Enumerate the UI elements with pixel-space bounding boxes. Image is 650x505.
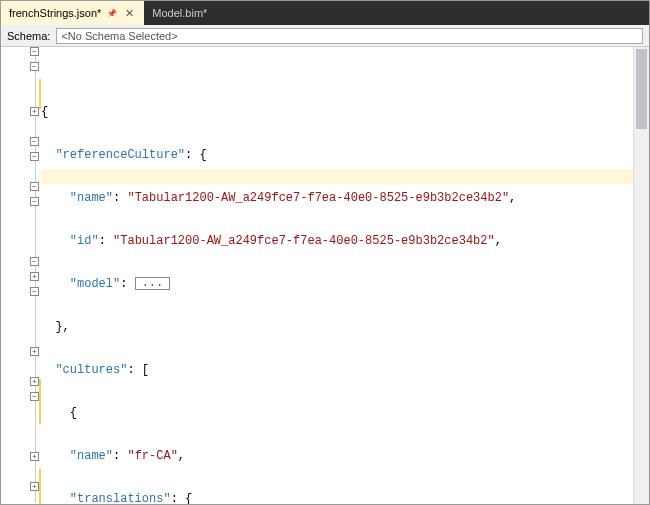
fold-toggle[interactable]: − <box>30 182 39 191</box>
schema-bar: Schema: <No Schema Selected> <box>1 25 649 47</box>
tab-modelbim[interactable]: Model.bim* <box>144 1 215 25</box>
tab-label: Model.bim* <box>152 7 207 19</box>
tab-frenchstrings[interactable]: frenchStrings.json* 📌 ✕ <box>1 1 144 25</box>
schema-dropdown[interactable]: <No Schema Selected> <box>56 28 643 44</box>
scrollbar-thumb[interactable] <box>636 49 647 129</box>
code-area[interactable]: { "referenceCulture": { "name": "Tabular… <box>41 47 633 504</box>
fold-toggle[interactable]: + <box>30 482 39 491</box>
fold-toggle[interactable]: − <box>30 137 39 146</box>
fold-toggle[interactable]: − <box>30 287 39 296</box>
close-icon[interactable]: ✕ <box>123 7 136 20</box>
fold-toggle[interactable]: + <box>30 377 39 386</box>
fold-toggle[interactable]: + <box>30 107 39 116</box>
fold-toggle[interactable]: − <box>30 47 39 56</box>
fold-gutter: − − + − − − − − + − + + − + + <box>1 47 41 504</box>
fold-toggle[interactable]: + <box>30 347 39 356</box>
fold-toggle[interactable]: − <box>30 392 39 401</box>
fold-toggle[interactable]: − <box>30 62 39 71</box>
schema-label: Schema: <box>7 30 50 42</box>
fold-toggle[interactable]: + <box>30 272 39 281</box>
editor: − − + − − − − − + − + + − + + { "referen… <box>1 47 649 504</box>
tab-label: frenchStrings.json* <box>9 7 101 19</box>
fold-toggle[interactable]: + <box>30 452 39 461</box>
fold-toggle[interactable]: − <box>30 152 39 161</box>
fold-toggle[interactable]: − <box>30 257 39 266</box>
tab-bar: frenchStrings.json* 📌 ✕ Model.bim* <box>1 1 649 25</box>
pin-icon[interactable]: 📌 <box>107 9 117 18</box>
collapsed-node[interactable]: ... <box>135 277 171 290</box>
fold-toggle[interactable]: − <box>30 197 39 206</box>
vertical-scrollbar[interactable] <box>633 47 649 504</box>
